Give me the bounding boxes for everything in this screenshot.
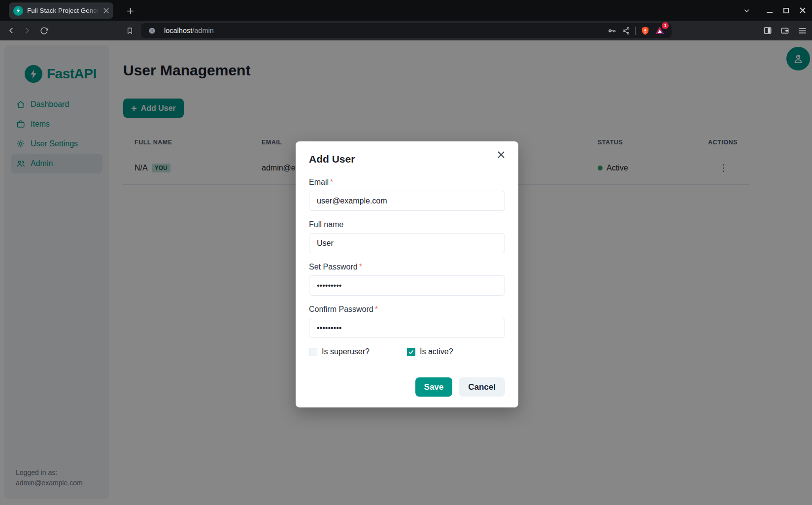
- confirm-password-label: Confirm Password*: [309, 305, 505, 314]
- back-button[interactable]: [4, 21, 19, 40]
- url-text: localhost/admin: [164, 27, 214, 34]
- required-asterisk: *: [375, 305, 378, 313]
- checkbox-row: Is superuser? Is active?: [309, 347, 505, 356]
- full-name-field[interactable]: [309, 233, 505, 253]
- address-bar[interactable]: localhost/admin 1: [141, 23, 672, 38]
- modal-title: Add User: [309, 153, 505, 165]
- checkbox-icon[interactable]: [407, 348, 415, 356]
- full-name-field-group: Full name: [309, 220, 505, 253]
- set-password-label: Set Password*: [309, 263, 505, 271]
- maximize-button[interactable]: [783, 7, 789, 14]
- forward-button[interactable]: [20, 21, 34, 40]
- tab-title: Full Stack Project Genera: [27, 7, 100, 14]
- full-name-label: Full name: [309, 220, 505, 229]
- wallet-icon[interactable]: [780, 26, 789, 35]
- close-button[interactable]: [799, 7, 806, 14]
- tab-close-icon[interactable]: [103, 8, 109, 13]
- tab-bar: Full Stack Project Genera: [0, 0, 812, 21]
- rewards-badge: 1: [662, 22, 669, 29]
- password-key-icon[interactable]: [608, 26, 617, 35]
- url-path: /admin: [192, 27, 214, 34]
- required-asterisk: *: [359, 263, 362, 271]
- confirm-password-field-group: Confirm Password*: [309, 305, 505, 338]
- url-host: localhost: [164, 27, 192, 34]
- is-superuser-checkbox[interactable]: Is superuser?: [309, 347, 407, 356]
- site-info-icon[interactable]: [148, 27, 156, 35]
- modal-close-icon[interactable]: [496, 149, 507, 160]
- minimize-button[interactable]: [766, 7, 773, 14]
- share-icon[interactable]: [622, 27, 630, 35]
- email-label: Email*: [309, 178, 505, 187]
- email-field-group: Email*: [309, 178, 505, 211]
- menu-icon[interactable]: [798, 26, 807, 35]
- browser-chrome: Full Stack Project Genera: [0, 0, 812, 40]
- is-active-checkbox[interactable]: Is active?: [407, 347, 505, 356]
- email-field[interactable]: [309, 191, 505, 211]
- fastapi-favicon-icon: [13, 6, 23, 16]
- save-button[interactable]: Save: [415, 377, 453, 397]
- set-password-field-group: Set Password*: [309, 263, 505, 296]
- page-viewport: FastAPI Dashboard Items User Settings: [0, 40, 812, 505]
- new-tab-button[interactable]: [123, 4, 137, 18]
- modal-actions: Save Cancel: [309, 377, 505, 397]
- is-superuser-label: Is superuser?: [322, 347, 370, 356]
- browser-toolbar: localhost/admin 1: [0, 21, 812, 40]
- cancel-button[interactable]: Cancel: [459, 377, 505, 397]
- bookmark-icon[interactable]: [122, 21, 137, 40]
- brave-rewards-icon[interactable]: 1: [655, 26, 665, 35]
- required-asterisk: *: [330, 178, 333, 186]
- confirm-password-field[interactable]: [309, 318, 505, 338]
- reload-button[interactable]: [36, 21, 51, 40]
- checkbox-icon[interactable]: [309, 348, 317, 356]
- browser-tab[interactable]: Full Stack Project Genera: [9, 2, 113, 19]
- brave-shield-icon[interactable]: [641, 26, 650, 35]
- toolbar-divider: [635, 27, 636, 35]
- set-password-field[interactable]: [309, 275, 505, 296]
- add-user-modal: Add User Email* Full name Set Password* …: [296, 141, 518, 407]
- tab-search-chevron-icon[interactable]: [743, 7, 750, 14]
- is-active-label: Is active?: [420, 347, 453, 356]
- sidebar-toggle-icon[interactable]: [763, 26, 772, 35]
